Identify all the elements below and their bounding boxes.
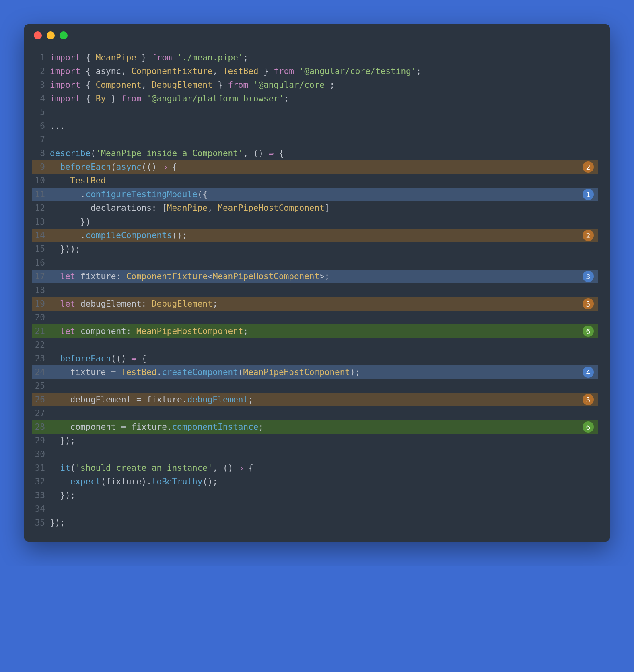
line-number: 3	[32, 80, 50, 90]
code-line-content: fixture = TestBed.createComponent(MeanPi…	[50, 367, 598, 377]
line-number: 4	[32, 94, 50, 103]
code-line-content: .configureTestingModule({	[50, 190, 598, 199]
window-titlebar	[24, 24, 610, 47]
code-line: 4import { By } from '@angular/platform-b…	[32, 92, 598, 105]
code-line: 24 fixture = TestBed.createComponent(Mea…	[32, 365, 598, 379]
code-line: 17 let fixture: ComponentFixture<MeanPip…	[32, 270, 598, 283]
code-line-content: it('should create an instance', () ⇒ {	[50, 463, 598, 473]
line-number: 17	[32, 272, 50, 281]
line-number: 8	[32, 148, 50, 158]
annotation-badge: 5	[583, 394, 594, 405]
code-line-content: let debugElement: DebugElement;	[50, 299, 598, 309]
code-line: 21 let component: MeanPipeHostComponent;…	[32, 324, 598, 338]
code-line-content: declarations: [MeanPipe, MeanPipeHostCom…	[50, 203, 598, 213]
code-line: 28 component = fixture.componentInstance…	[32, 420, 598, 434]
code-line: 27	[32, 406, 598, 420]
annotation-badge: 4	[583, 367, 594, 378]
code-line: 8describe('MeanPipe inside a Component',…	[32, 146, 598, 160]
annotation-badge: 6	[583, 421, 594, 433]
line-number: 29	[32, 436, 50, 445]
code-line: 2import { async, ComponentFixture, TestB…	[32, 64, 598, 78]
code-line-content: }));	[50, 244, 598, 254]
line-number: 2	[32, 66, 50, 76]
line-number: 20	[32, 313, 50, 322]
line-number: 7	[32, 135, 50, 144]
code-line-content: let fixture: ComponentFixture<MeanPipeHo…	[50, 272, 598, 281]
line-number: 34	[32, 504, 50, 514]
code-line-content: debugElement = fixture.debugElement;	[50, 395, 598, 404]
line-number: 18	[32, 285, 50, 295]
line-number: 31	[32, 463, 50, 473]
minimize-icon[interactable]	[47, 31, 55, 39]
code-line: 31 it('should create an instance', () ⇒ …	[32, 461, 598, 475]
code-line: 1import { MeanPipe } from './mean.pipe';	[32, 51, 598, 64]
line-number: 23	[32, 354, 50, 363]
code-line-content: });	[50, 491, 598, 500]
code-line-content: beforeEach(async(() ⇒ {	[50, 162, 598, 172]
maximize-icon[interactable]	[60, 31, 68, 39]
line-number: 14	[32, 231, 50, 240]
line-number: 12	[32, 203, 50, 213]
line-number: 5	[32, 107, 50, 117]
line-number: 6	[32, 121, 50, 131]
code-line-content: import { MeanPipe } from './mean.pipe';	[50, 53, 598, 62]
code-line: 13 })	[32, 215, 598, 229]
line-number: 25	[32, 381, 50, 391]
line-number: 13	[32, 217, 50, 227]
line-number: 32	[32, 477, 50, 486]
code-line: 16	[32, 256, 598, 270]
annotation-badge: 5	[583, 298, 594, 309]
line-number: 19	[32, 299, 50, 309]
line-number: 33	[32, 491, 50, 500]
code-line: 23 beforeEach(() ⇒ {	[32, 352, 598, 365]
code-line: 25	[32, 379, 598, 393]
code-line-content: expect(fixture).toBeTruthy();	[50, 477, 598, 486]
code-line: 15 }));	[32, 242, 598, 256]
code-line: 30	[32, 447, 598, 461]
annotation-badge: 6	[583, 326, 594, 337]
annotation-badge: 3	[583, 271, 594, 282]
code-line: 33 });	[32, 489, 598, 502]
line-number: 24	[32, 367, 50, 377]
code-line: 6...	[32, 119, 598, 133]
code-line: 22	[32, 338, 598, 352]
code-line: 35});	[32, 516, 598, 530]
code-line-content: describe('MeanPipe inside a Component', …	[50, 148, 598, 158]
line-number: 15	[32, 244, 50, 254]
code-editor[interactable]: 1import { MeanPipe } from './mean.pipe';…	[24, 47, 610, 542]
code-line-content: });	[50, 436, 598, 445]
code-line: 32 expect(fixture).toBeTruthy();	[32, 475, 598, 489]
line-number: 28	[32, 422, 50, 432]
line-number: 11	[32, 190, 50, 199]
code-line: 18	[32, 283, 598, 297]
code-line: 19 let debugElement: DebugElement;5	[32, 297, 598, 311]
line-number: 30	[32, 449, 50, 459]
code-line-content: import { Component, DebugElement } from …	[50, 80, 598, 90]
code-line: 5	[32, 105, 598, 119]
code-window: 1import { MeanPipe } from './mean.pipe';…	[24, 24, 610, 542]
code-line: 12 declarations: [MeanPipe, MeanPipeHost…	[32, 201, 598, 215]
close-icon[interactable]	[34, 31, 42, 39]
code-line-content: })	[50, 217, 598, 227]
code-line: 34	[32, 502, 598, 516]
line-number: 27	[32, 408, 50, 418]
code-line: 14 .compileComponents();2	[32, 229, 598, 242]
code-line-content: ...	[50, 121, 598, 131]
annotation-badge: 1	[583, 189, 594, 200]
line-number: 1	[32, 53, 50, 62]
line-number: 22	[32, 340, 50, 350]
code-line-content: import { By } from '@angular/platform-br…	[50, 94, 598, 103]
code-line: 29 });	[32, 434, 598, 447]
annotation-badge: 2	[583, 230, 594, 241]
code-line: 11 .configureTestingModule({1	[32, 188, 598, 201]
code-line: 10 TestBed	[32, 174, 598, 188]
code-line-content: let component: MeanPipeHostComponent;	[50, 326, 598, 336]
line-number: 10	[32, 176, 50, 186]
line-number: 26	[32, 395, 50, 404]
code-line: 26 debugElement = fixture.debugElement;5	[32, 393, 598, 406]
annotation-badge: 2	[583, 161, 594, 173]
code-line: 7	[32, 133, 598, 146]
code-line-content: TestBed	[50, 176, 598, 186]
line-number: 16	[32, 258, 50, 268]
code-line: 9 beforeEach(async(() ⇒ {2	[32, 160, 598, 174]
